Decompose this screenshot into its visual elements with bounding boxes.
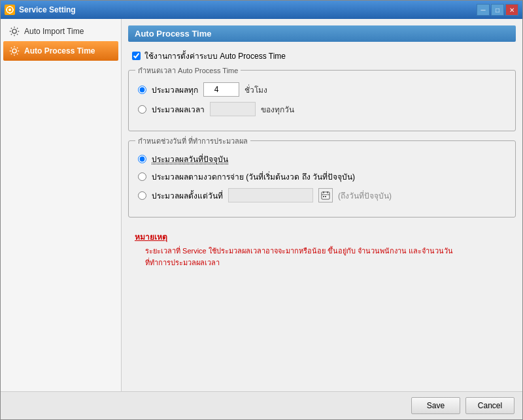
save-button[interactable]: Save <box>411 397 460 414</box>
calendar-button[interactable] <box>318 188 333 202</box>
sidebar-item-auto-process-label: Auto Process Time <box>24 46 95 56</box>
section-title-text: Auto Process Time <box>135 29 212 39</box>
title-bar: Service Setting ─ □ ✕ <box>1 1 522 19</box>
sidebar-item-auto-import-time[interactable]: Auto Import Time <box>3 22 118 41</box>
from-date-radio[interactable] <box>138 191 146 200</box>
every-day-label: ของทุกวัน <box>261 103 294 116</box>
from-date-label: ประมวลผลตั้งแต่วันที่ <box>152 189 223 202</box>
main-panel: Auto Process Time ใช้งานการตั้งค่าระบบ A… <box>122 19 522 391</box>
time-setting-group: กำหนดเวลา Auto Process Time ประมวลผลทุก … <box>128 70 516 131</box>
specific-time-radio[interactable] <box>138 105 146 114</box>
cancel-button[interactable]: Cancel <box>465 397 515 414</box>
svg-point-7 <box>12 49 16 53</box>
svg-rect-12 <box>323 196 324 197</box>
svg-point-6 <box>12 29 16 33</box>
enable-checkbox-row: ใช้งานการตั้งค่าระบบ Auto Process Time <box>128 50 516 62</box>
svg-rect-13 <box>325 196 326 197</box>
svg-rect-8 <box>322 192 329 199</box>
note-text: ระยะเวลาที่ Service ใช้ประมวลผลเวลาอาจจะ… <box>135 246 509 268</box>
maximize-button[interactable]: □ <box>491 4 504 16</box>
process-time-icon <box>8 45 20 57</box>
hours-spinbox[interactable] <box>203 82 239 97</box>
main-window: Service Setting ─ □ ✕ Auto Import Time <box>0 0 523 420</box>
every-hours-radio[interactable] <box>138 86 146 94</box>
every-hours-row: ประมวลผลทุก ชั่วโมง <box>138 82 506 97</box>
pay-period-row: ประมวลผลตามงวดการจ่าย (วันที่เริ่มต้นงวด… <box>138 170 506 183</box>
window-title: Service Setting <box>19 5 76 14</box>
note-title: หมายเหตุ <box>135 231 509 243</box>
footer: Save Cancel <box>1 391 522 419</box>
time-input[interactable]: 00:00 <box>210 102 256 116</box>
content-area: Auto Import Time Auto Process Time Auto … <box>1 19 522 391</box>
sidebar-item-auto-process-time[interactable]: Auto Process Time <box>3 41 118 61</box>
specific-time-label: ประมวลผลเวลา <box>152 103 205 116</box>
date-range-group: กำหนดช่วงวันที่ ที่ทำการประมวลผล ประมวลผ… <box>128 140 516 218</box>
minimize-button[interactable]: ─ <box>477 4 490 16</box>
note-section: หมายเหตุ ระยะเวลาที่ Service ใช้ประมวลผล… <box>128 227 516 272</box>
pay-period-label: ประมวลผลตามงวดการจ่าย (วันที่เริ่มต้นงวด… <box>152 170 355 183</box>
calendar-icon <box>321 191 330 200</box>
specific-time-row: ประมวลผลเวลา 00:00 ของทุกวัน <box>138 102 506 116</box>
today-label: ประมวลผลวันที่ปัจจุบัน <box>152 153 228 165</box>
import-time-icon <box>8 25 20 37</box>
sidebar: Auto Import Time Auto Process Time <box>1 19 122 391</box>
enable-checkbox[interactable] <box>132 52 141 60</box>
close-button[interactable]: ✕ <box>505 4 518 16</box>
time-setting-legend: กำหนดเวลา Auto Process Time <box>135 65 241 76</box>
today-radio[interactable] <box>138 155 146 163</box>
hours-unit-label: ชั่วโมง <box>245 84 267 96</box>
from-date-input[interactable] <box>228 188 313 202</box>
sidebar-item-auto-import-label: Auto Import Time <box>24 27 84 36</box>
every-hours-label: ประมวลผลทุก <box>152 84 198 96</box>
until-today-label: (ถึงวันที่ปัจจุบัน) <box>338 189 392 202</box>
pay-period-radio[interactable] <box>138 172 146 181</box>
enable-checkbox-label: ใช้งานการตั้งค่าระบบ Auto Process Time <box>144 50 286 62</box>
section-header: Auto Process Time <box>128 25 516 42</box>
from-date-row: ประมวลผลตั้งแต่วันที่ (ถึงวันที่ปัจจุบัน… <box>138 188 506 202</box>
svg-point-1 <box>8 8 11 11</box>
window-icon <box>5 5 15 15</box>
today-row: ประมวลผลวันที่ปัจจุบัน <box>138 153 506 165</box>
date-range-legend: กำหนดช่วงวันที่ ที่ทำการประมวลผล <box>135 135 250 147</box>
